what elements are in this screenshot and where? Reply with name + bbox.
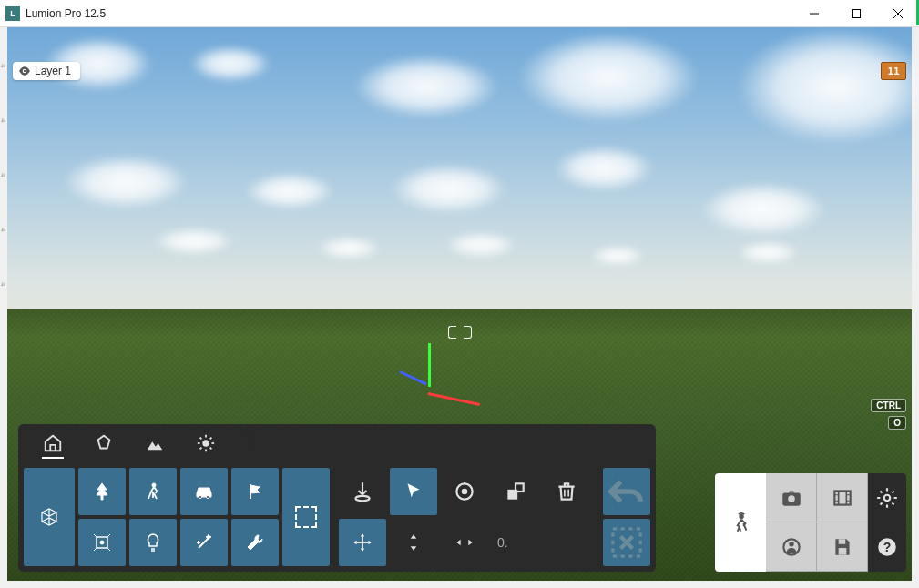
tree-icon (91, 481, 113, 502)
svg-line-16 (94, 534, 97, 537)
rotate-icon (453, 480, 476, 503)
wrench-icon (244, 532, 266, 553)
maximize-button[interactable] (835, 0, 877, 27)
svg-point-5 (202, 440, 209, 446)
category-outdoor[interactable] (231, 468, 279, 515)
flag-icon (244, 481, 266, 502)
place-icon (351, 480, 374, 503)
dashed-square-icon (295, 506, 317, 528)
import-model-button[interactable] (24, 468, 75, 566)
lightbulb-icon (142, 532, 164, 553)
tab-objects[interactable] (27, 424, 78, 462)
object-category-grid (24, 468, 330, 566)
titlebar: L Lumion Pro 12.5 (0, 0, 919, 27)
tool-move[interactable] (339, 519, 386, 566)
car-icon (193, 481, 215, 502)
scale-icon (504, 480, 527, 503)
close-button[interactable] (877, 0, 919, 27)
selection-area-button[interactable] (282, 468, 330, 566)
camera-icon (780, 486, 803, 510)
layer-chip[interactable]: Layer 1 (13, 62, 80, 80)
help-icon: ? (875, 535, 899, 559)
output-panel: ? (715, 473, 906, 572)
trash-icon (555, 480, 578, 503)
category-tools[interactable] (180, 519, 228, 566)
fps-counter: 11 (881, 62, 906, 80)
gear-icon (875, 486, 899, 510)
home-icon (43, 433, 63, 453)
tool-delete[interactable] (543, 468, 590, 515)
panorama-mode-button[interactable] (766, 522, 817, 572)
tool-scale[interactable] (492, 468, 539, 515)
tab-landscape[interactable] (129, 424, 180, 462)
undo-button[interactable] (603, 468, 650, 515)
category-nature[interactable] (78, 468, 126, 515)
panorama-icon (780, 535, 803, 559)
left-spreadsheet-edge: 44444 (0, 55, 7, 588)
tool-place[interactable] (339, 468, 386, 515)
svg-point-27 (462, 489, 468, 495)
svg-point-37 (739, 514, 743, 519)
minimize-button[interactable] (793, 0, 835, 27)
wand-icon (193, 532, 215, 553)
photo-mode-button[interactable] (766, 473, 817, 522)
key-hints: CTRL O (871, 399, 906, 430)
category-effects[interactable] (78, 519, 126, 566)
save-button[interactable] (817, 522, 868, 572)
tool-rotate[interactable] (441, 468, 488, 515)
film-icon (831, 486, 854, 510)
svg-line-12 (200, 448, 202, 450)
tab-weather[interactable] (180, 424, 231, 462)
svg-text:?: ? (883, 540, 892, 554)
svg-rect-50 (838, 548, 846, 555)
svg-line-17 (107, 534, 110, 537)
viewport-3d[interactable]: 44444 Layer 1 11 CTRL O (0, 27, 919, 588)
svg-point-25 (355, 496, 369, 501)
effects-icon (91, 532, 113, 553)
svg-line-11 (210, 448, 212, 450)
tool-height[interactable] (390, 519, 437, 566)
bucket-icon (94, 433, 114, 453)
mountain-icon (145, 433, 165, 453)
tab-materials[interactable] (78, 424, 129, 462)
category-utilities[interactable] (231, 519, 279, 566)
worker-icon (729, 511, 752, 534)
category-transport[interactable] (180, 468, 228, 515)
cancel-selection-icon (603, 519, 650, 566)
cube-wireframe-icon (38, 506, 60, 528)
settings-button[interactable] (868, 473, 906, 522)
svg-point-51 (884, 495, 891, 502)
svg-point-39 (788, 495, 795, 502)
cancel-selection-button[interactable] (603, 519, 650, 566)
floppy-icon (831, 535, 854, 559)
height-arrows-icon (402, 531, 425, 554)
manipulation-tools: 0. (335, 468, 597, 566)
o-key-hint: O (888, 416, 906, 430)
movie-mode-button[interactable] (817, 473, 868, 522)
svg-line-18 (94, 548, 97, 551)
sun-icon (196, 433, 216, 453)
arrow-cursor-icon (402, 480, 425, 503)
camera-crosshair (448, 326, 472, 339)
svg-point-22 (207, 496, 209, 499)
ctrl-key-hint: CTRL (871, 399, 906, 412)
sky (7, 27, 912, 309)
category-lights[interactable] (129, 519, 177, 566)
tool-spacing[interactable] (441, 519, 488, 566)
svg-rect-1 (853, 10, 861, 18)
app-title: Lumion Pro 12.5 (26, 7, 793, 20)
help-button[interactable]: ? (868, 522, 906, 572)
svg-point-48 (789, 542, 793, 546)
build-mode-button[interactable] (715, 473, 766, 572)
svg-point-20 (152, 483, 156, 487)
layer-label: Layer 1 (35, 65, 71, 77)
tool-value[interactable]: 0. (492, 535, 514, 550)
category-people[interactable] (129, 468, 177, 515)
undo-icon (603, 468, 650, 515)
main-toolbar: 0. (18, 424, 656, 572)
tool-select[interactable] (390, 468, 437, 515)
svg-line-10 (200, 438, 202, 440)
spacing-arrows-icon (453, 531, 476, 554)
move-icon (351, 531, 374, 554)
bottom-edge (0, 581, 919, 588)
